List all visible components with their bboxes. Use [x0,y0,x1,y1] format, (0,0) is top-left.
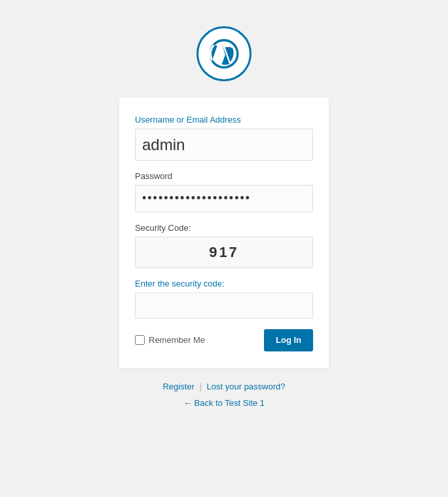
remember-me-label: Remember Me [149,335,205,345]
remember-me-container[interactable]: Remember Me [135,335,205,345]
back-to-site-number: 1 [260,398,265,408]
login-links: Register | Lost your password? [162,382,285,391]
form-footer: Remember Me Log In [135,329,313,351]
security-code-group: Security Code: 917 [135,223,313,268]
security-code-input-group: Enter the security code: [135,279,313,319]
back-to-site-label: Back to Test Site [195,398,258,408]
security-code-label: Security Code: [135,223,313,233]
back-to-site: ← Back to Test Site 1 [183,398,265,408]
security-code-input-label: Enter the security code: [135,279,313,288]
username-label: Username or Email Address [135,115,313,125]
password-label: Password [135,171,313,181]
lost-password-link[interactable]: Lost your password? [207,382,286,391]
back-to-site-link[interactable]: Back to Test Site 1 [195,398,265,408]
security-code-input[interactable] [135,292,313,319]
remember-me-checkbox[interactable] [135,335,145,345]
username-input[interactable] [135,129,313,161]
register-link[interactable]: Register [162,382,194,391]
password-input[interactable] [135,185,313,212]
password-group: Password [135,171,313,212]
login-button[interactable]: Log In [264,329,313,351]
username-group: Username or Email Address [135,115,313,161]
back-arrow: ← [183,398,192,408]
link-separator: | [200,382,202,391]
login-box: Username or Email Address Password Secur… [119,98,329,368]
security-code-display: 917 [135,237,313,268]
wordpress-logo [196,26,252,81]
